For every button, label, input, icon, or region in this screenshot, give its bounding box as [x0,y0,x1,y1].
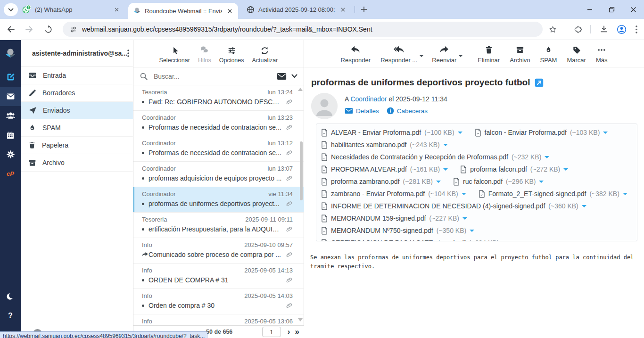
tab-close-icon[interactable] [339,6,347,13]
attachment-item[interactable]: proforma zambrano.pdf (~281 KB) [321,175,441,188]
forward-dropdown-caret[interactable] [459,55,462,59]
rail-help-button[interactable]: ? [0,306,21,325]
address-bar[interactable]: webmail.sanjuan.gob.ec/cpsess4895969315/… [63,22,543,37]
back-button[interactable] [3,21,19,37]
browser-menu-button[interactable] [629,22,644,37]
threads-button[interactable]: Hilos [198,46,211,64]
attachment-item[interactable]: Formato_2_ET-signed-signed.pdf (~382 KB) [479,188,627,200]
message-list-item[interactable]: Info 2025-09-05 13:06 [133,314,304,325]
reply-button[interactable]: Responder [341,45,371,64]
attachment-dropdown-caret[interactable] [443,168,448,173]
folder-archive[interactable]: Archivo [21,154,133,172]
folder-trash[interactable]: Papelera [21,137,133,154]
message-list-item[interactable]: Info 2025-09-05 14:03 Orden de compra # … [133,289,304,314]
options-button[interactable]: Opciones [219,46,244,64]
rail-compose-button[interactable] [0,67,21,87]
rail-mail-button[interactable] [0,87,21,106]
tab-roundcube[interactable]: Roundcube Webmail :: Enviados [128,3,238,19]
tab-close-icon[interactable] [113,6,120,13]
message-list-item[interactable]: Coordinador lun 13:12 Proformas de neces… [133,136,304,162]
next-page-button[interactable]: › [288,327,290,337]
rail-contacts-button[interactable] [0,106,21,125]
folder-spam[interactable]: SPAM [21,119,133,137]
scroll-up-arrow[interactable] [298,88,303,91]
new-tab-button[interactable] [358,4,370,15]
message-list-item[interactable]: Coordinador lun 13:23 Proformas de neces… [133,111,304,136]
reply-all-button[interactable]: Responder ... [380,45,417,64]
attachment-item[interactable]: Necesidades de Contratación y Recepción … [321,151,549,163]
extensions-button[interactable] [570,22,586,37]
folder-menu-button[interactable] [127,49,129,57]
reload-button[interactable] [40,21,56,37]
message-list-item[interactable]: Tesoreria lun 13:24 Fwd: Re: GOBIERNO AU… [133,85,304,111]
attachment-dropdown-caret[interactable] [458,132,462,136]
profile-button[interactable] [614,22,629,37]
page-input[interactable] [262,327,281,337]
list-scrollbar-thumb[interactable] [300,141,303,200]
window-close-button[interactable] [622,0,644,19]
attachment-dropdown-caret[interactable] [470,230,474,234]
mark-button[interactable]: Marcar [567,45,586,64]
tab-whatsapp[interactable]: 2 (2) WhatsApp [17,0,125,19]
attachment-item[interactable]: falcon - Enviar Proforma.pdf (~103 KB) [475,126,608,139]
message-list-item[interactable]: Coordinador lun 13:07 proformas adquisic… [133,162,304,187]
more-button[interactable]: Más [596,45,608,64]
attachment-dropdown-caret[interactable] [603,132,608,136]
attachment-item[interactable]: habilitantes xambrano.pdf (~243 KB) [321,139,448,151]
window-minimize-button[interactable] [579,0,601,19]
headers-button[interactable]: Cabeceras [387,107,428,115]
select-button[interactable]: Seleccionar [159,46,190,64]
reply-all-dropdown-caret[interactable] [420,55,423,59]
details-button[interactable]: Detalles [345,107,379,115]
open-in-new-window-icon[interactable] [535,78,544,87]
attachment-dropdown-caret[interactable] [436,181,441,185]
spam-button[interactable]: SPAM [540,45,557,64]
downloads-button[interactable] [596,22,611,37]
message-list-item[interactable]: Info 2025-09-05 14:13 ORDEN DE COMPRA # … [133,264,304,289]
last-page-button[interactable]: » [295,327,299,337]
attachment-dropdown-caret[interactable] [462,193,466,198]
archive-button[interactable]: Archivo [510,45,530,64]
tab-search-button[interactable] [4,3,18,16]
attachment-item[interactable]: PROFORMA ALVEAR.pdf (~161 KB) [321,163,448,175]
attachment-item[interactable]: proforma falcon.pdf (~272 KB) [460,163,568,175]
folder-sent[interactable]: Enviados [21,102,133,119]
delete-button[interactable]: Eliminar [478,45,500,64]
attachment-item[interactable]: ruc falcon.pdf (~296 KB) [453,175,544,188]
attachment-dropdown-caret[interactable] [443,144,448,148]
attachment-item[interactable]: ALVEAR - Enviar Proforma.pdf (~100 KB) [321,126,462,139]
recipient-link[interactable]: Coordinador [350,95,387,103]
message-list-item[interactable]: Coordinador vie 11:34 proformas de unifo… [133,187,304,213]
search-options-chevron-icon[interactable] [291,74,297,78]
refresh-button[interactable]: Actualizar [252,46,278,64]
attachment-dropdown-caret[interactable] [539,181,544,185]
forward-button-mail[interactable]: Reenviar [432,45,456,64]
bookmark-button[interactable] [545,22,561,37]
rail-settings-button[interactable] [0,145,21,164]
tab-close-icon[interactable] [226,7,233,15]
message-list-item[interactable]: Tesoreria 2025-09-11 09:11 ertificación … [133,213,304,238]
attachment-item[interactable]: zambrano - Enviar Proforma.pdf (~104 KB) [321,188,466,200]
rail-calendar-button[interactable] [0,125,21,145]
attachment-dropdown-caret[interactable] [462,217,467,222]
folder-drafts[interactable]: Borradores [21,84,133,102]
folder-inbox[interactable]: Entrada [21,67,133,84]
window-restore-button[interactable] [601,0,622,19]
rail-cpanel-button[interactable]: cP [0,164,21,183]
search-bar[interactable] [133,67,304,85]
attachment-item[interactable]: CERTIFICACION DE PAC Y CATE-signed.pdf (… [321,237,507,241]
attachment-dropdown-caret[interactable] [623,193,627,198]
message-list-item[interactable]: Info 2025-09-10 09:57 Comunicado sobre p… [133,238,304,264]
attachment-dropdown-caret[interactable] [563,168,568,173]
search-input[interactable] [153,72,272,81]
attachment-item[interactable]: MEMORANDUM 159-signed.pdf (~227 KB) [321,212,467,224]
scroll-down-arrow[interactable] [298,318,303,322]
forward-button[interactable] [22,21,38,37]
attachment-item[interactable]: MEMORÁNDUM Nº750-signed.pdf (~350 KB) [321,224,474,237]
attachment-dropdown-caret[interactable] [582,205,586,210]
attachment-item[interactable]: INFORME DE DETERMINACION DE NECESIDAD (4… [321,200,586,212]
attachment-dropdown-caret[interactable] [545,156,549,161]
rail-darkmode-button[interactable] [0,287,21,306]
tab-actividad[interactable]: Actividad 2025-09-12 08:00:00 [242,0,351,19]
search-scope-mail-icon[interactable] [277,73,287,80]
